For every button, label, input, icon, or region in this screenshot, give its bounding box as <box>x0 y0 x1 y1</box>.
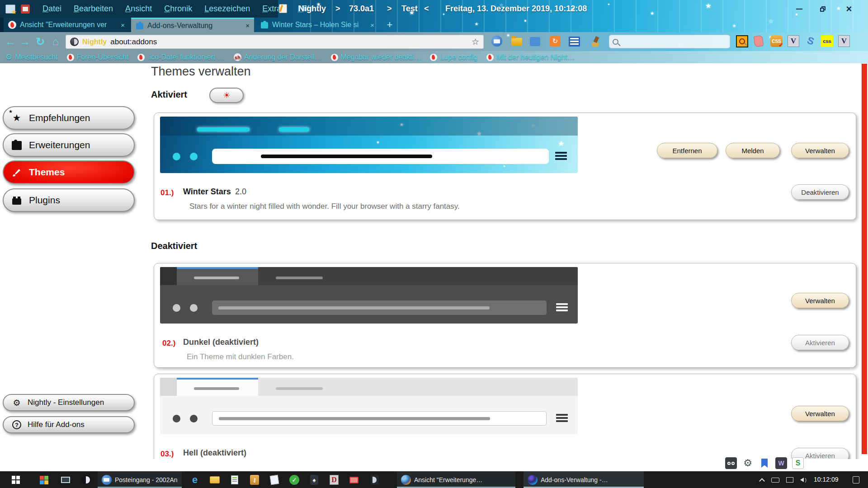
v-gray-extension-icon[interactable]: V <box>788 35 799 47</box>
tray-battery-icon[interactable] <box>769 474 781 486</box>
start-button[interactable] <box>10 474 22 486</box>
nightly-dark-icon[interactable] <box>80 474 92 486</box>
tray-clock[interactable]: 10:12:09 <box>814 476 839 483</box>
tray-chevron-icon[interactable] <box>756 474 768 486</box>
taskbar-button-nightly-addons[interactable]: Add-ons-Verwaltung -… <box>524 471 644 488</box>
page-title: Themes verwalten <box>151 65 251 79</box>
reload-button[interactable]: ↻ <box>33 34 48 49</box>
bookmark-megabar[interactable]: Megabar wieder deakti… <box>331 53 421 61</box>
remote-monitor-icon[interactable] <box>348 474 360 486</box>
antivirus-check-icon[interactable]: ✓ <box>288 474 300 486</box>
preview-tab-title-bar <box>279 127 309 131</box>
sidebar-item-plugins[interactable]: Plugins <box>3 188 135 212</box>
tab-label: Ansicht "Erweiterungen ver <box>20 21 107 29</box>
glasses-icon[interactable] <box>725 457 737 469</box>
card-reader-icon[interactable] <box>369 474 381 486</box>
blue-folder-extension-icon[interactable] <box>530 36 542 47</box>
report-button[interactable]: Melden <box>726 143 780 158</box>
tab-close-icon[interactable]: × <box>370 21 374 29</box>
menu-ansicht[interactable]: Ansicht <box>125 4 152 14</box>
remove-button[interactable]: Entfernen <box>657 143 717 158</box>
manage-button[interactable]: Verwalten <box>791 406 849 421</box>
menu-chronik[interactable]: Chronik <box>164 4 192 14</box>
broom-extension-icon[interactable] <box>590 36 602 47</box>
taskbar-button-thunderbird[interactable]: Posteingang - 2002An… <box>98 471 182 488</box>
sidebar-item-hilfe[interactable]: ? Hilfe für Add-ons <box>3 416 135 433</box>
menu-bearbeiten[interactable]: Bearbeiten <box>74 4 113 14</box>
script-scroll-extension-icon[interactable] <box>754 36 766 47</box>
taskbar-button-firefox-ansicht[interactable]: Ansicht "Erweiterunge… <box>397 471 515 488</box>
preview-menu-icon <box>556 414 568 422</box>
url-bar[interactable]: Nightly about:addons ☆ <box>66 35 484 49</box>
keepass-icon[interactable]: ⚷ <box>249 474 260 486</box>
search-bar[interactable] <box>609 35 730 48</box>
window-star-icon[interactable]: ★ <box>5 5 15 14</box>
cards-app-icon[interactable]: ♠ <box>308 474 320 486</box>
css-yellow-extension-icon[interactable]: css <box>821 35 833 47</box>
disable-button[interactable]: Deaktivieren <box>791 184 849 200</box>
sync-swirl-extension-icon[interactable]: S <box>805 35 816 47</box>
bookmark-lupe-config[interactable]: Lupe config <box>430 53 477 61</box>
edge-icon[interactable]: e <box>189 474 201 486</box>
v-gray2-extension-icon[interactable]: V <box>838 35 850 47</box>
css-check-extension-icon[interactable]: CSS ✓ <box>770 35 782 47</box>
sidebar-item-einstellungen[interactable]: ⚙ Nightly - Einstellungen <box>3 394 135 411</box>
w-utility-icon[interactable]: W <box>775 457 787 469</box>
restore-button[interactable] <box>814 4 832 14</box>
tab-close-icon[interactable]: × <box>121 21 125 29</box>
zoom-search-extension-icon[interactable] <box>736 35 748 47</box>
notification-center-icon[interactable] <box>850 474 862 486</box>
red-scrollbar[interactable] <box>862 64 867 454</box>
sidebar-item-themes-active[interactable]: Themes <box>3 160 135 184</box>
refresh-orange-extension-icon[interactable]: ↻ <box>550 36 561 47</box>
theme-description: Stars for a winter night filled with won… <box>189 202 460 211</box>
bookmark-meistbesucht[interactable]: ⚙ Meistbesucht <box>5 52 58 62</box>
bookmark-foren-uebersicht[interactable]: Foren-Übersicht <box>67 53 129 61</box>
menu-datei[interactable]: Datei <box>42 4 61 14</box>
home-button[interactable]: ⌂ <box>48 34 63 49</box>
enabled-theme-sun-button[interactable]: ☀ <box>209 88 244 103</box>
notes-icon[interactable] <box>269 474 280 486</box>
theme-card-hell[interactable]: Verwalten Aktivieren 03.) Hell (deaktivi… <box>154 374 856 459</box>
bookmark-star-icon[interactable]: ☆ <box>472 37 479 47</box>
minimize-button[interactable] <box>790 4 808 14</box>
tab-addons-verwaltung-active[interactable]: Add-ons-Verwaltung × <box>131 18 254 32</box>
tab-winter-stars[interactable]: Winter Stars – Holen Sie si × <box>256 18 379 32</box>
notepad-pencil-icon[interactable] <box>279 4 287 13</box>
sidebar-label: Nightly - Einstellungen <box>28 398 104 407</box>
calendar-tray-icon[interactable] <box>21 5 30 14</box>
snagit-s-icon[interactable]: S <box>792 457 804 469</box>
bookmark-aenderung-darstellung[interactable]: sh Änderung der Darstell… <box>234 53 322 61</box>
back-button[interactable]: ← <box>3 34 18 49</box>
gear-utility-icon[interactable]: ⚙ <box>742 457 754 469</box>
bookmark-heutige-nightly[interactable]: Mit der heutigen Night… <box>486 53 575 61</box>
sidebar-item-erweiterungen[interactable]: Erweiterungen <box>3 133 135 157</box>
file-explorer-icon[interactable] <box>209 474 221 486</box>
collage-app-icon[interactable] <box>38 474 50 486</box>
bookmark-ico-datei[interactable]: .ico-Datei funktioniert … <box>137 53 225 61</box>
window-title-profile: Test <box>401 4 418 14</box>
notepad-icon[interactable] <box>229 474 241 486</box>
preview-corner-block <box>160 378 177 396</box>
tray-network-icon[interactable] <box>784 474 796 486</box>
enable-button[interactable]: Aktivieren <box>791 335 849 350</box>
forward-button[interactable]: → <box>17 34 33 49</box>
tab-erweiterungen-ansicht[interactable]: Ansicht "Erweiterungen ver × <box>4 18 129 32</box>
menu-lesezeichen[interactable]: Lesezeichen <box>204 4 250 14</box>
list-window-extension-icon[interactable] <box>569 36 580 47</box>
folder-open-extension-icon[interactable] <box>511 36 523 47</box>
close-button[interactable]: × <box>840 4 858 14</box>
thunderbird-extension-icon[interactable] <box>491 36 503 47</box>
new-tab-button[interactable]: + <box>383 19 396 31</box>
sidebar-item-empfehlungen[interactable]: ★★ Empfehlungen <box>3 106 135 130</box>
theme-card-dunkel[interactable]: Verwalten Aktivieren 02.) Dunkel (deakti… <box>154 263 856 368</box>
tab-close-icon[interactable]: × <box>245 22 250 29</box>
tray-volume-icon[interactable]: ) <box>797 474 809 486</box>
bookmark-flag-icon[interactable] <box>759 457 770 469</box>
presentation-app-icon[interactable] <box>60 474 71 486</box>
theme-card-winter-stars[interactable]: ★ ★ ☆ ★ ★ Entfernen Melden Verwalten <box>154 113 856 220</box>
manage-button[interactable]: Verwalten <box>791 293 849 308</box>
url-text[interactable]: about:addons <box>110 38 157 47</box>
dictionary-d-icon[interactable]: D <box>328 474 340 486</box>
manage-button[interactable]: Verwalten <box>791 143 849 158</box>
